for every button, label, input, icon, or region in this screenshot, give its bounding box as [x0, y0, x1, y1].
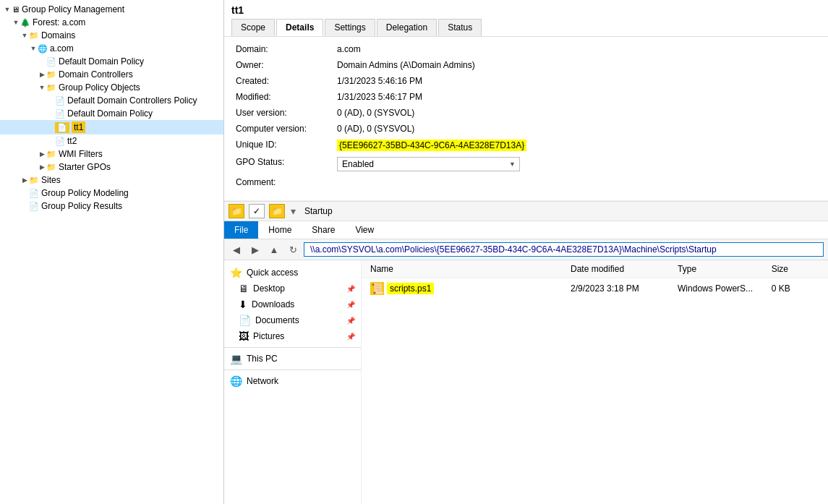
documents-pin-icon: 📌	[346, 317, 355, 325]
fe-toolbar-check-icon[interactable]: ✓	[249, 204, 265, 218]
fe-nav-downloads[interactable]: ⬇ Downloads 📌	[224, 296, 361, 312]
tree-label-ddcp: Default Domain Controllers Policy	[67, 95, 197, 106]
fe-nav-quick-access[interactable]: ⭐ Quick access	[224, 265, 361, 281]
tree-icon-tt2: 📄	[55, 137, 65, 146]
file-size-col: 0 KB	[769, 282, 822, 295]
fe-up-button[interactable]: ▲	[266, 242, 282, 257]
user-version-row: User version: 0 (AD), 0 (SYSVOL)	[236, 108, 816, 118]
tree-icon-gpr: 📄	[29, 202, 39, 211]
fe-nav-documents-label: Documents	[255, 315, 299, 325]
desktop-icon: 🖥	[239, 283, 249, 294]
tree-label-tt2: tt2	[67, 136, 77, 146]
col-type: Type	[675, 262, 769, 276]
tree-item-ddcp[interactable]: ▶ 📄 Default Domain Controllers Policy	[0, 94, 223, 107]
tree-item-wmi[interactable]: ▶ 📁 WMI Filters	[0, 148, 223, 161]
fe-menu-file[interactable]: File	[224, 221, 258, 239]
chevron-starter: ▶	[38, 163, 46, 171]
nav-separator2	[224, 370, 361, 370]
chevron-domains: ▼	[20, 32, 29, 39]
chevron-forest: ▼	[12, 19, 20, 26]
fe-nav-network[interactable]: 🌐 Network	[224, 373, 361, 389]
gpo-status-select[interactable]: Enabled Disabled User Configuration Sett…	[337, 157, 520, 171]
tab-delegation[interactable]: Delegation	[377, 19, 437, 36]
tree-item-acom[interactable]: ▼ 🌐 a.com	[0, 42, 223, 55]
nav-separator	[224, 347, 361, 348]
created-value: 1/31/2023 5:46:16 PM	[337, 76, 422, 86]
tree-item-tt1[interactable]: ▶ 📄 tt1	[0, 120, 223, 134]
fe-nav-this-pc[interactable]: 💻 This PC	[224, 351, 361, 367]
fe-nav-desktop[interactable]: 🖥 Desktop 📌	[224, 281, 361, 296]
tree-icon-gpm: 📄	[29, 189, 39, 198]
comment-row: Comment:	[236, 177, 816, 187]
modified-row: Modified: 1/31/2023 5:46:17 PM	[236, 92, 816, 102]
tree-icon-forest: 🌲	[20, 18, 30, 27]
right-panel: tt1 Scope Details Settings Delegation St…	[224, 0, 828, 504]
tab-scope[interactable]: Scope	[231, 19, 275, 36]
fe-toolbar-folder2-icon[interactable]: 📁	[269, 204, 285, 218]
tree-panel: ▼ 🖥 Group Policy Management ▼ 🌲 Forest: …	[0, 0, 224, 504]
fe-menu-share[interactable]: Share	[302, 221, 345, 239]
fe-toolbar-folder-icon[interactable]: 📁	[229, 204, 244, 218]
file-row-scripts[interactable]: 📜 scripts.ps1 2/9/2023 3:18 PM Windows P…	[362, 278, 828, 299]
tree-label-ddp: Default Domain Policy	[59, 56, 144, 67]
comment-label: Comment:	[236, 177, 337, 187]
gpo-title: tt1	[231, 4, 821, 16]
user-version-value: 0 (AD), 0 (SYSVOL)	[337, 108, 414, 118]
tree-icon-ddp2: 📄	[55, 109, 65, 119]
tree-item-gpm[interactable]: ▶ 📄 Group Policy Modeling	[0, 187, 223, 200]
fe-nav-bar: ◀ ▶ ▲ ↻	[224, 239, 828, 260]
tree-label-gpo: Group Policy Objects	[59, 82, 140, 93]
fe-menu-home[interactable]: Home	[258, 221, 302, 239]
domain-row: Domain: a.com	[236, 44, 816, 54]
modified-value: 1/31/2023 5:46:17 PM	[337, 92, 422, 102]
tree-item-gpo[interactable]: ▼ 📁 Group Policy Objects	[0, 81, 223, 94]
tab-details[interactable]: Details	[276, 19, 323, 36]
file-name-col: 📜 scripts.ps1	[367, 281, 568, 296]
tree-icon-gpo: 📁	[46, 83, 56, 93]
unique-id-row: Unique ID: {5EE96627-35BD-434C-9C6A-4AE3…	[236, 140, 816, 151]
tree-icon-tt1: 📄	[55, 122, 69, 133]
tree-icon-wmi: 📁	[46, 150, 56, 159]
tree-item-ddp2[interactable]: ▶ 📄 Default Domain Policy	[0, 107, 223, 120]
fe-address-input[interactable]	[304, 242, 824, 257]
fe-nav-panel: ⭐ Quick access 🖥 Desktop 📌 ⬇ Downloads 📌	[224, 260, 362, 504]
tree-label-starter: Starter GPOs	[59, 162, 111, 172]
fe-back-button[interactable]: ◀	[229, 242, 244, 257]
tree-item-tt2[interactable]: ▶ 📄 tt2	[0, 134, 223, 148]
tree-item-dc[interactable]: ▶ 📁 Domain Controllers	[0, 68, 223, 81]
gpo-status-select-wrapper[interactable]: Enabled Disabled User Configuration Sett…	[337, 157, 520, 171]
fe-nav-documents[interactable]: 📄 Documents 📌	[224, 312, 361, 328]
tree-label-domains: Domains	[41, 30, 75, 40]
fe-refresh-button[interactable]: ↻	[285, 242, 301, 257]
ps1-file-icon: 📜	[370, 282, 384, 295]
chevron-root: ▼	[3, 6, 12, 13]
tree-item-root[interactable]: ▼ 🖥 Group Policy Management	[0, 3, 223, 16]
file-type-col: Windows PowerS...	[675, 282, 769, 295]
tree-item-gpr[interactable]: ▶ 📄 Group Policy Results	[0, 200, 223, 213]
tree-label-gpr: Group Policy Results	[41, 201, 122, 211]
owner-value: Domain Admins (A\Domain Admins)	[337, 60, 475, 70]
fe-nav-quick-access-label: Quick access	[247, 268, 298, 278]
tree-label-gpm: Group Policy Modeling	[41, 188, 129, 198]
user-version-label: User version:	[236, 108, 337, 118]
tree-item-ddp[interactable]: ▶ 📄 Default Domain Policy	[0, 55, 223, 68]
fe-toolbar-separator: ▾	[291, 205, 296, 217]
fe-forward-button[interactable]: ▶	[247, 242, 263, 257]
col-date: Date modified	[568, 262, 675, 276]
fe-nav-pictures[interactable]: 🖼 Pictures 📌	[224, 328, 361, 344]
fe-menu-view[interactable]: View	[345, 221, 384, 239]
pictures-icon: 🖼	[239, 330, 249, 342]
fe-nav-network-label: Network	[247, 376, 278, 386]
chevron-dc: ▶	[38, 71, 46, 78]
details-panel: Domain: a.com Owner: Domain Admins (A\Do…	[224, 37, 828, 201]
modified-label: Modified:	[236, 92, 337, 102]
tree-item-forest[interactable]: ▼ 🌲 Forest: a.com	[0, 16, 223, 29]
computer-version-row: Computer version: 0 (AD), 0 (SYSVOL)	[236, 124, 816, 134]
fe-nav-pictures-label: Pictures	[253, 331, 284, 341]
tab-settings[interactable]: Settings	[325, 19, 375, 36]
tree-item-starter[interactable]: ▶ 📁 Starter GPOs	[0, 161, 223, 174]
desktop-pin-icon: 📌	[346, 285, 355, 293]
tree-item-domains[interactable]: ▼ 📁 Domains	[0, 29, 223, 42]
tab-status[interactable]: Status	[438, 19, 482, 36]
tree-item-sites[interactable]: ▶ 📁 Sites	[0, 174, 223, 187]
